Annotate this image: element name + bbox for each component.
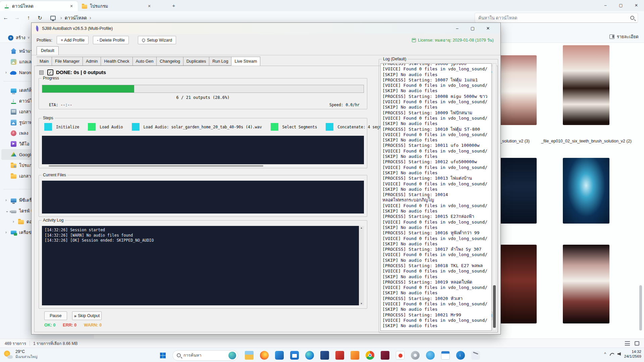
skip-output-button[interactable]: » Skip Output bbox=[72, 311, 102, 320]
back-icon[interactable]: ← bbox=[0, 15, 11, 21]
weather-description: มีเมฆส่วนใหญ่ bbox=[15, 354, 38, 360]
file-thumbnail[interactable] bbox=[563, 158, 609, 224]
main-tab[interactable]: Main bbox=[37, 57, 52, 66]
scroll-down-icon[interactable]: ▼ bbox=[359, 302, 364, 305]
taskbar-weather-widget[interactable]: 29°C มีเมฆส่วนใหญ่ bbox=[3, 349, 38, 360]
new-button[interactable]: + สร้าง ˅ bbox=[5, 33, 33, 43]
steps-chip-row: Initialize Load Audio Load Audio: solar_… bbox=[44, 123, 365, 131]
explorer-maximize-button[interactable]: ▢ bbox=[613, 0, 629, 11]
profile-tab-default[interactable]: Default bbox=[37, 46, 59, 55]
volume-icon[interactable] bbox=[618, 352, 621, 356]
taskbar-icon-file-explorer[interactable] bbox=[245, 351, 254, 360]
error-counter: ERR: 0 bbox=[63, 323, 76, 327]
sidebar-item-icon bbox=[11, 164, 16, 168]
explorer-tab[interactable]: ดาวน์โหลด ✕ bbox=[0, 1, 78, 11]
taskbar-icon-maroon-app[interactable] bbox=[381, 351, 389, 360]
scroll-up-icon[interactable]: ▲ bbox=[359, 227, 364, 229]
expander-chevron-icon[interactable]: › bbox=[13, 219, 18, 224]
main-tab[interactable]: Changelog bbox=[157, 57, 183, 66]
taskbar-icon-blue-app-2[interactable] bbox=[320, 351, 329, 360]
taskbar-icon-skyblue-app[interactable] bbox=[426, 351, 435, 360]
breadcrumb[interactable]: ดาวน์โหลด bbox=[65, 14, 87, 21]
forward-icon[interactable]: → bbox=[11, 15, 23, 21]
refresh-icon[interactable]: ↻ bbox=[34, 15, 46, 21]
taskbar-icon-firefox[interactable] bbox=[260, 351, 269, 360]
explorer-scrollbar[interactable] bbox=[639, 43, 642, 339]
taskbar-icon-download-manager[interactable] bbox=[456, 351, 465, 360]
explorer-search-input[interactable]: ค้นหาใน ดาวน์โหลด bbox=[475, 13, 638, 23]
expander-chevron-icon[interactable]: › bbox=[5, 230, 11, 235]
expander-chevron-icon[interactable]: › bbox=[5, 198, 11, 202]
details-pane-button[interactable]: รายละเอียด bbox=[609, 33, 639, 40]
file-thumbnail[interactable] bbox=[563, 245, 609, 323]
taskbar-icon-acrobat[interactable] bbox=[396, 351, 405, 360]
activity-log-scrollbar[interactable]: ▲ ▼ bbox=[359, 226, 364, 305]
thumbnail-view-icon[interactable] bbox=[635, 341, 639, 346]
sidebar-item-icon bbox=[11, 48, 16, 54]
taskbar: 29°C มีเมฆส่วนใหญ่ การค้นหา bbox=[0, 348, 644, 362]
activity-log-label: Activity Log bbox=[42, 218, 65, 223]
warning-counter: WARN: 0 bbox=[84, 323, 102, 327]
taskbar-icon-chrome[interactable] bbox=[366, 351, 374, 360]
progress-bar-fill bbox=[42, 85, 134, 93]
main-tab[interactable]: Live Stream bbox=[231, 57, 260, 66]
taskbar-icon-edge[interactable] bbox=[305, 351, 314, 360]
taskbar-icon-microsoft-store[interactable] bbox=[290, 351, 299, 360]
app-maximize-button[interactable]: ▢ bbox=[465, 23, 480, 34]
sidebar-item-icon bbox=[11, 231, 16, 234]
explorer-tab-icon bbox=[82, 5, 87, 9]
explorer-tab-label: โปรแกรม bbox=[90, 3, 144, 10]
profiles-label: Profiles: bbox=[37, 38, 52, 43]
new-tab-button[interactable]: + bbox=[169, 1, 178, 10]
search-icon[interactable] bbox=[630, 16, 634, 20]
start-button[interactable] bbox=[157, 350, 168, 361]
explorer-tab[interactable]: โปรแกรม ✕ bbox=[78, 1, 156, 11]
details-view-icon[interactable] bbox=[625, 341, 630, 346]
scrollbar-thumb[interactable] bbox=[493, 285, 496, 328]
taskbar-icon-blue-app[interactable] bbox=[275, 351, 284, 360]
scrollbar-thumb[interactable] bbox=[49, 165, 263, 167]
app-minimize-button[interactable]: – bbox=[449, 23, 465, 34]
app-close-button[interactable]: ✕ bbox=[480, 23, 496, 34]
taskbar-icon-orange-app[interactable] bbox=[351, 351, 359, 360]
explorer-minimize-button[interactable]: – bbox=[598, 0, 613, 11]
stop-square-icon[interactable] bbox=[39, 70, 44, 75]
ok-counter: OK: 0 bbox=[44, 323, 55, 327]
activity-log-lines: [14:32:26] Session started [14:32:26] [W… bbox=[45, 228, 154, 243]
log-scrollbar[interactable] bbox=[492, 63, 496, 331]
up-icon[interactable]: ↑ bbox=[23, 15, 34, 21]
main-tab[interactable]: Health Check bbox=[101, 57, 132, 66]
taskbar-icon-calendar-app[interactable] bbox=[441, 351, 450, 360]
step-label: Load Audio: solar_garden_home_20_tab_40-… bbox=[144, 125, 262, 129]
tab-close-icon[interactable]: ✕ bbox=[146, 3, 152, 9]
taskbar-icon-autobatch-app[interactable] bbox=[471, 351, 480, 360]
taskbar-icon-red-app[interactable] bbox=[335, 351, 344, 360]
sidebar-item-icon bbox=[11, 210, 16, 213]
app-title-bar[interactable]: SJ88 AutoBatch v26.5.3 (Multi-Profile) –… bbox=[32, 23, 500, 34]
delete-profile-button[interactable]: - Delete Profile bbox=[93, 36, 129, 44]
license-status: License: หมดอายุ: 2029-01-08 (1079 วัน) bbox=[412, 37, 494, 44]
main-tab[interactable]: File Manager bbox=[52, 57, 83, 66]
pause-button[interactable]: Pause bbox=[44, 311, 67, 320]
sidebar-item-icon bbox=[11, 174, 16, 179]
main-tab[interactable]: Auto Gen bbox=[133, 57, 157, 66]
divider bbox=[32, 55, 500, 55]
done-status-text: DONE: 0s | 0 outputs bbox=[56, 69, 106, 75]
log-output-panel[interactable]: [PROCESS] Starting: 10006 jp7000 [VOICE]… bbox=[380, 63, 492, 331]
add-profile-button[interactable]: + Add Profile bbox=[57, 36, 89, 44]
taskbar-clock[interactable]: 14:32 24/1/2569 bbox=[624, 349, 641, 359]
setup-wizard-button[interactable]: Setup Wizard bbox=[138, 36, 176, 44]
wifi-icon[interactable] bbox=[609, 352, 614, 356]
tab-close-icon[interactable]: ✕ bbox=[68, 3, 74, 9]
main-tab[interactable]: Duplicates bbox=[183, 57, 209, 66]
explorer-close-button[interactable]: ✕ bbox=[629, 0, 644, 11]
scrollbar-thumb[interactable] bbox=[639, 285, 642, 330]
step-chip: Load Audio: solar_garden_home_20_tab_40-… bbox=[132, 123, 262, 131]
main-tab[interactable]: Admin bbox=[83, 57, 101, 66]
taskbar-search-box[interactable]: การค้นหา bbox=[172, 350, 238, 361]
main-tab[interactable]: Run Log bbox=[209, 57, 231, 66]
file-thumbnail[interactable] bbox=[563, 45, 609, 125]
taskbar-icon-settings[interactable] bbox=[411, 351, 420, 360]
tray-chevron-icon[interactable]: ^ bbox=[604, 352, 606, 356]
steps-horizontal-scrollbar[interactable] bbox=[42, 165, 364, 167]
